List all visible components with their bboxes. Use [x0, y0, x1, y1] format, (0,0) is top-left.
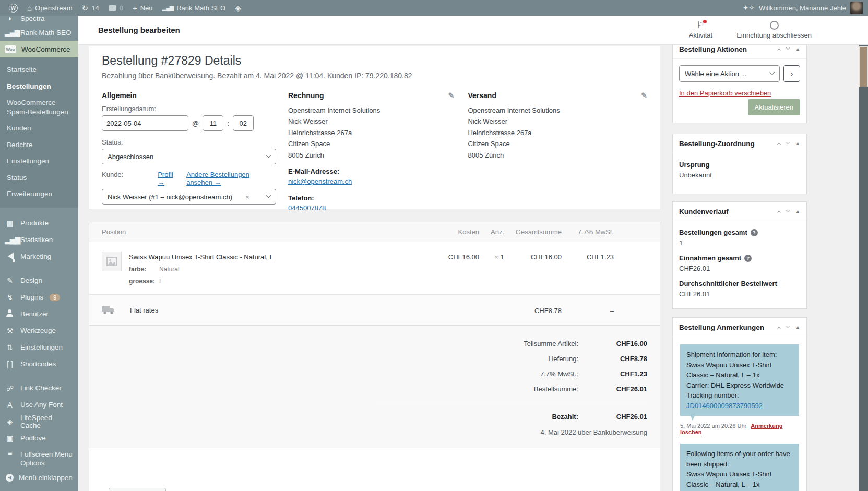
sidebar-item-label: Fullscreen Menu Options [20, 450, 74, 468]
sidebar-item-einstellungen[interactable]: ⇅ Einstellungen [0, 339, 78, 356]
collapse-menu-button[interactable]: ◀ Menü einklappen [0, 469, 78, 486]
update-order-button[interactable]: Aktualisieren [748, 99, 800, 115]
order-action-select[interactable]: Wähle eine Aktion ... [679, 65, 780, 82]
toggle-panel-icon[interactable]: ▲ [795, 46, 800, 52]
submenu-item-startseite[interactable]: Startseite [0, 62, 78, 78]
sidebar-item-label: Statistiken [20, 236, 53, 244]
billing-address-line: Citizen Space [288, 138, 454, 149]
sidebar-item-statistiken[interactable]: ▂▅▇ Statistiken [0, 232, 78, 248]
sidebar-item-werkzeuge[interactable]: ⚒ Werkzeuge [0, 322, 78, 339]
sidebar-item-design[interactable]: ✎ Design [0, 272, 78, 289]
sidebar-item-label: Plugins [20, 293, 43, 301]
shipping-address-line: Openstream Internet Solutions [468, 105, 647, 116]
comments-icon [109, 5, 116, 11]
submenu-item-einstellungen[interactable]: Einstellungen [0, 153, 78, 170]
items-table-header: Position Kosten Anz. Gesamtsumme 7.7% Mw… [89, 222, 660, 242]
rank-math-menu[interactable]: ▂▄▆ Rank Math SEO [158, 0, 231, 16]
meta-label: groesse: [129, 278, 159, 285]
move-down-icon[interactable] [786, 208, 790, 212]
site-name-menu[interactable]: ⌂ Openstream [22, 0, 77, 16]
sidebar-item-fullscreen-menu-options[interactable]: ≡ Fullscreen Menu Options [0, 447, 78, 471]
updates-count: 14 [91, 4, 99, 12]
submenu-item-kunden[interactable]: Kunden [0, 120, 78, 137]
welcome-label[interactable]: Willkommen, Marianne Jehle [759, 4, 846, 12]
page-scrollbar[interactable] [859, 45, 868, 491]
sidebar-item-benutzer[interactable]: Benutzer [0, 306, 78, 322]
history-label: Durchschnittlicher Bestellwert [679, 280, 777, 288]
move-up-icon[interactable] [777, 210, 781, 214]
user-avatar[interactable] [850, 2, 863, 14]
submenu-item-bestellungen[interactable]: Bestellungen [0, 78, 78, 95]
tracking-number-link[interactable]: JD014600009873790592 [686, 402, 763, 410]
customer-select[interactable]: Nick Weisser (#1 – nick@openstream.ch) × [102, 189, 276, 205]
shipping-address-line: Heinrichstrasse 267a [468, 127, 647, 138]
origin-label: Ursprung [679, 161, 800, 169]
help-icon[interactable]: ? [744, 255, 752, 262]
submenu-item-berichte[interactable]: Berichte [0, 137, 78, 153]
wp-logo-menu[interactable]: W [4, 0, 22, 16]
item-tax: CHF1.23 [562, 253, 614, 261]
sidebar-item-use-any-font[interactable]: A Use Any Font [0, 397, 78, 413]
help-icon[interactable]: ? [751, 229, 758, 236]
order-status-select[interactable]: Abgeschlossen [102, 149, 276, 164]
sidebar-item-shortcodes[interactable]: [ ] Shortcodes [0, 356, 78, 373]
submenu-item-status[interactable]: Status [0, 170, 78, 186]
move-up-icon[interactable] [777, 48, 781, 52]
finish-setup-button[interactable]: Einrichtung abschliessen [736, 21, 812, 39]
cutoff-button[interactable] [109, 488, 166, 491]
sidebar-item-woocommerce[interactable]: Woo WooCommerce [0, 41, 78, 57]
toggle-panel-icon[interactable]: ▲ [795, 325, 800, 330]
panel-title: Bestellung-Zuordnung [679, 140, 778, 148]
move-up-icon[interactable] [777, 326, 781, 330]
rank-math-icon: ▂▄▆ [162, 5, 174, 11]
clear-selection-icon[interactable]: × [245, 193, 254, 201]
apply-action-button[interactable]: › [783, 65, 800, 82]
edit-shipping-icon[interactable]: ✎ [641, 91, 647, 100]
submenu-item-spam-bestellungen[interactable]: WooCommerce Spam-Bestellungen [0, 94, 78, 120]
at-symbol: @ [192, 119, 199, 127]
sidebar-item-link-checker[interactable]: ☍ Link Checker [0, 380, 78, 397]
submenu-item-erweiterungen[interactable]: Erweiterungen [0, 186, 78, 202]
truck-icon [102, 305, 115, 315]
sidebar-item-rank-math[interactable]: ▂▄▆ Rank Math SEO [0, 24, 78, 41]
move-to-trash-link[interactable]: In den Papierkorb verschieben [679, 89, 771, 97]
woocommerce-submenu: Startseite Bestellungen WooCommerce Spam… [0, 57, 78, 208]
total-label: 7.7% MwSt.: [540, 370, 578, 378]
order-minute-input[interactable] [233, 115, 254, 131]
product-name[interactable]: Swiss Wapuu Unisex T-Shirt Classic - Nat… [129, 253, 274, 261]
sidebar-item-spectra[interactable]: ◗ Spectra [0, 16, 78, 24]
comments-menu[interactable]: 0 [104, 0, 128, 16]
updates-menu[interactable]: ↻ 14 [77, 0, 104, 16]
sidebar-item-podlove[interactable]: ▣ Podlove [0, 430, 78, 447]
sidebar-item-marketing[interactable]: Marketing [0, 248, 78, 265]
new-content-menu[interactable]: + Neu [128, 0, 158, 16]
order-hour-input[interactable] [203, 115, 223, 131]
move-down-icon[interactable] [786, 140, 790, 144]
other-orders-link[interactable]: Andere Bestellungen ansehen → [186, 171, 275, 186]
spectra-icon: ◗ [5, 16, 15, 22]
toggle-panel-icon[interactable]: ▲ [795, 209, 800, 214]
order-date-input[interactable] [102, 115, 188, 131]
billing-phone-link[interactable]: 0445007878 [288, 204, 326, 212]
sidebar-item-produkte[interactable]: ▤ Produkte [0, 215, 78, 232]
paid-value: CHF26.01 [578, 413, 647, 421]
chevron-down-icon [266, 193, 271, 198]
activity-button[interactable]: ⚐ Aktivität [689, 21, 713, 39]
move-down-icon[interactable] [786, 46, 790, 50]
sidebar-item-plugins[interactable]: ↯ Plugins 9 [0, 289, 78, 306]
edit-billing-icon[interactable]: ✎ [448, 91, 455, 100]
sidebar-item-label: Benutzer [20, 310, 49, 318]
broken-link-icon: ☍ [5, 385, 15, 392]
shipping-address-line: Nick Weisser [468, 116, 647, 127]
profile-link[interactable]: Profil → [158, 171, 173, 186]
admin-bar: W ⌂ Openstream ↻ 14 0 + Neu ▂▄▆ Rank Mat… [0, 0, 868, 16]
scrollbar-thumb[interactable] [859, 46, 868, 87]
sparkles-icon[interactable]: ✦✧ [743, 4, 755, 12]
billing-email-link[interactable]: nick@openstream.ch [288, 177, 352, 185]
move-up-icon[interactable] [777, 142, 781, 146]
sidebar-item-litespeed-cache[interactable]: ◈ LiteSpeed Cache [0, 413, 78, 430]
litespeed-menu[interactable]: ◈ [230, 0, 246, 16]
plugins-update-badge: 9 [50, 294, 60, 301]
toggle-panel-icon[interactable]: ▲ [795, 141, 800, 146]
move-down-icon[interactable] [786, 324, 790, 328]
